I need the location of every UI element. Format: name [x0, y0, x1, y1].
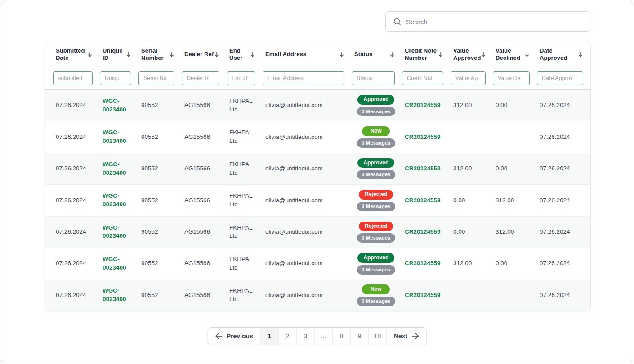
sort-icon[interactable] [389, 52, 395, 58]
cell-end-user: FKHPAL Ltd [227, 97, 263, 114]
column-label: Value Declined [496, 47, 524, 62]
filter-email-address[interactable] [263, 71, 344, 85]
sort-icon[interactable] [126, 52, 131, 58]
cell-end-user: FKHPAL Ltd [227, 129, 263, 146]
app-window: Submitted Date Unique ID Serial Number D… [1, 1, 633, 363]
messages-badge[interactable]: 0 Messages [357, 138, 395, 148]
cell-unique-id-link[interactable]: WGC-0023400 [100, 255, 138, 272]
status-badge: New [362, 126, 390, 136]
cell-email: olivia@untitledui.com [263, 259, 352, 268]
messages-badge[interactable]: 0 Messages [357, 233, 395, 243]
sort-icon[interactable] [438, 52, 443, 58]
table-header-row: Submitted Date Unique ID Serial Number D… [45, 42, 590, 67]
page-button-8[interactable]: 8 [332, 328, 350, 345]
cell-value-declined: 312.00 [493, 196, 537, 205]
messages-badge[interactable]: 0 Messages [357, 170, 395, 179]
sort-icon[interactable] [214, 52, 219, 58]
messages-badge[interactable]: 0 Messages [357, 265, 395, 275]
filter-submitted-date[interactable] [53, 71, 93, 85]
page-button-1[interactable]: 1 [260, 328, 278, 345]
cell-serial-number: 90552 [138, 196, 182, 205]
cell-serial-number: 90552 [138, 133, 182, 142]
filter-serial-number[interactable] [138, 71, 174, 85]
page-button-2[interactable]: 2 [278, 328, 296, 345]
cell-date-approved: 07.26.2024 [537, 133, 590, 142]
column-label: Date Approved [540, 47, 578, 62]
cell-credit-note-link[interactable]: CR20124559 [402, 101, 451, 110]
filter-status[interactable] [352, 71, 395, 85]
cell-credit-note-link[interactable]: CR20124559 [402, 133, 451, 142]
sort-icon[interactable] [339, 52, 344, 58]
cell-unique-id-link[interactable]: WGC-0023400 [100, 160, 138, 178]
cell-credit-note-link[interactable]: CR20124559 [402, 196, 451, 205]
next-page-button[interactable]: Next [386, 328, 426, 345]
cell-dealer-ref: AG15566 [182, 133, 227, 142]
filter-end-user[interactable] [227, 71, 255, 85]
column-header-end-user[interactable]: End User [227, 47, 263, 62]
cell-credit-note-link[interactable]: CR20124559 [402, 228, 451, 236]
cell-submitted-date: 07.26.2024 [53, 291, 100, 300]
filter-value-approved[interactable] [451, 71, 486, 85]
cell-unique-id-link[interactable]: WGC-0023400 [100, 287, 138, 304]
cell-value-approved: 0.00 [451, 196, 493, 205]
cell-submitted-date: 07.26.2024 [53, 196, 100, 205]
sort-icon[interactable] [481, 52, 486, 58]
table-row: 07.26.2024 WGC-0023400 90552 AG15566 FKH… [45, 90, 590, 121]
filter-date-approved[interactable] [537, 71, 583, 85]
cell-email: olivia@untitledui.com [263, 164, 352, 173]
sort-icon[interactable] [87, 52, 93, 58]
column-header-date-approved[interactable]: Date Approved [537, 47, 590, 62]
cell-unique-id-link[interactable]: WGC-0023400 [100, 224, 138, 241]
column-header-credit-note-number[interactable]: Credit Note Number [402, 47, 451, 62]
messages-badge[interactable]: 0 Messages [357, 107, 395, 116]
filter-credit-note-number[interactable] [402, 71, 443, 85]
cell-email: olivia@untitledui.com [263, 101, 352, 110]
cell-end-user: FKHPAL Ltd [227, 224, 263, 241]
sort-icon[interactable] [250, 52, 255, 58]
cell-credit-note-link[interactable]: CR20124559 [402, 291, 451, 300]
column-label: Serial Number [141, 47, 169, 62]
column-label: Status [354, 51, 372, 58]
column-header-value-approved[interactable]: Value Approved [451, 47, 493, 62]
search-input[interactable] [406, 18, 584, 26]
credit-notes-table: Submitted Date Unique ID Serial Number D… [45, 42, 591, 311]
cell-submitted-date: 07.26.2024 [53, 101, 100, 110]
cell-unique-id-link[interactable]: WGC-0023400 [100, 97, 138, 114]
messages-badge[interactable]: 0 Messages [357, 202, 395, 211]
filter-unique-id[interactable] [100, 71, 131, 85]
cell-value-approved: 0.00 [451, 228, 493, 236]
sort-icon[interactable] [169, 52, 174, 58]
cell-unique-id-link[interactable]: WGC-0023400 [100, 129, 138, 146]
cell-credit-note-link[interactable]: CR20124559 [402, 164, 451, 173]
column-label: Email Address [265, 51, 306, 58]
page-button-9[interactable]: 9 [350, 328, 368, 345]
column-header-email-address[interactable]: Email Address [263, 51, 352, 58]
column-header-unique-id[interactable]: Unique ID [100, 47, 138, 62]
cell-value-approved: 312.00 [451, 164, 493, 173]
column-header-submitted-date[interactable]: Submitted Date [53, 47, 100, 62]
page-button-3[interactable]: 3 [296, 328, 314, 345]
cell-credit-note-link[interactable]: CR20124559 [402, 259, 451, 268]
previous-page-button[interactable]: Previous [208, 328, 260, 345]
cell-value-approved: 312.00 [451, 101, 493, 110]
column-header-status[interactable]: Status [352, 51, 402, 58]
column-header-value-declined[interactable]: Value Declined [493, 47, 537, 62]
cell-dealer-ref: AG15566 [182, 196, 227, 205]
column-label: End User [229, 47, 250, 62]
cell-serial-number: 90552 [138, 259, 182, 268]
status-badge: Approved [357, 158, 394, 168]
cell-serial-number: 90552 [138, 228, 182, 236]
sort-icon[interactable] [524, 52, 530, 58]
filter-dealer-ref[interactable] [182, 71, 219, 85]
page-button-10[interactable]: 10 [368, 328, 386, 345]
filter-value-declined[interactable] [493, 71, 530, 85]
sort-icon[interactable] [578, 52, 583, 58]
column-label: Dealer Ref [184, 51, 214, 58]
cell-unique-id-link[interactable]: WGC-0023400 [100, 192, 138, 209]
column-header-serial-number[interactable]: Serial Number [138, 47, 182, 62]
cell-value-approved: 312.00 [451, 259, 493, 268]
messages-badge[interactable]: 0 Messages [357, 297, 395, 306]
cell-date-approved: 07.26.2024 [537, 196, 590, 205]
cell-email: olivia@untitledui.com [263, 291, 352, 300]
column-header-dealer-ref[interactable]: Dealer Ref [182, 51, 227, 58]
